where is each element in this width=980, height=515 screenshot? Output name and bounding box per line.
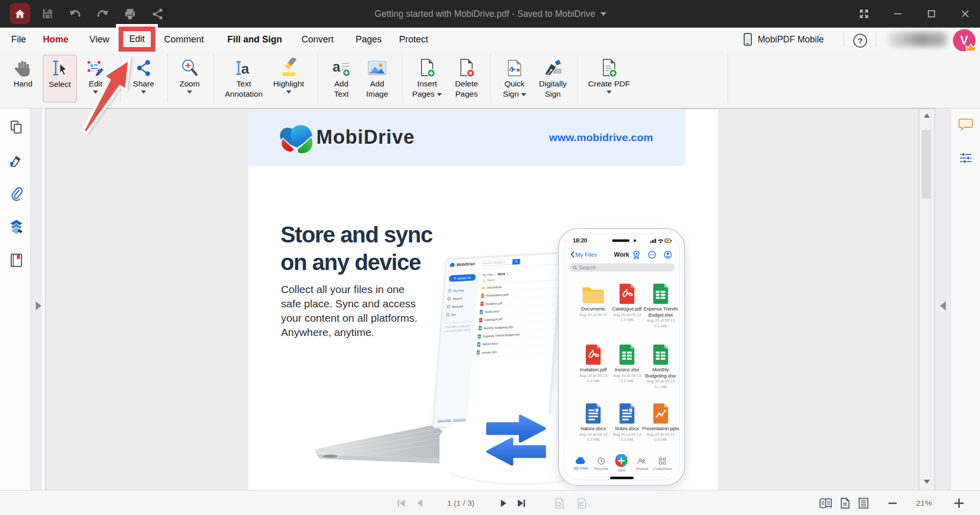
continuous-view-button[interactable] (857, 497, 870, 510)
select-icon (50, 58, 69, 79)
menu-edit[interactable]: Edit (125, 33, 149, 46)
book-view-button[interactable] (819, 497, 832, 510)
scroll-down-arrow[interactable] (924, 480, 930, 484)
share-blue-icon (134, 57, 153, 79)
pdf-viewer[interactable]: MobiDrive www.mobidrive.com Store and sy… (46, 108, 919, 490)
next-page-button[interactable] (497, 497, 510, 510)
annotations-icon[interactable] (9, 153, 24, 169)
page-thumbnails-icon[interactable] (9, 120, 24, 135)
highlight-button[interactable]: Highlight (272, 55, 306, 102)
expand-left-panel-handle[interactable] (36, 301, 41, 310)
ribbon-separator (728, 54, 728, 103)
minimize-icon (893, 9, 903, 19)
insert-pages-button[interactable]: InsertPages (410, 55, 444, 102)
share-icon (151, 8, 164, 20)
mobidrive-url[interactable]: www.mobidrive.com (549, 131, 653, 144)
first-page-button[interactable] (394, 497, 408, 510)
left-panel-gutter (31, 108, 42, 490)
next-view-button[interactable] (575, 497, 589, 510)
zoom-out-button[interactable] (886, 497, 899, 510)
phone-file-item: Invitation.pdf Aug 20 at 09:13 1.0 MB (574, 344, 612, 384)
home-button[interactable] (10, 3, 30, 24)
undo-button[interactable] (68, 7, 82, 20)
attachments-icon[interactable] (9, 186, 24, 201)
ribbon-separator (214, 54, 214, 103)
document-title[interactable]: Getting started with MobiDrive.pdf - Sav… (327, 0, 654, 28)
edit-tool-button[interactable]: Edit (79, 55, 112, 102)
laptop-file-list: Documents Presentation.pptx (476, 280, 558, 357)
maximize-button[interactable] (924, 7, 939, 20)
phone-file-item: Documents Aug 20 at 09:10 (574, 283, 612, 318)
delete-pages-button[interactable]: DeletePages (450, 55, 483, 102)
laptop-upload-button: Upload File (449, 274, 476, 282)
title-dropdown-caret (600, 12, 606, 16)
highlight-icon (278, 57, 299, 79)
add-image-button[interactable]: AddImage (360, 55, 394, 102)
menu-comment[interactable]: Comment (164, 28, 204, 51)
scroll-up-arrow[interactable] (924, 114, 930, 118)
redo-button[interactable] (96, 7, 109, 20)
edit-icon (85, 57, 106, 79)
laptop-nav: My Files Recent Backups (446, 287, 475, 317)
menu-view[interactable]: View (89, 28, 109, 51)
fullscreen-button[interactable] (857, 7, 871, 20)
status-bar: 1 (1 / 3) 21% (0, 490, 980, 515)
menu-convert[interactable]: Convert (301, 28, 334, 51)
home-icon (14, 8, 26, 19)
phone-time: 18:20 (573, 237, 587, 243)
single-page-view-button[interactable] (838, 497, 852, 510)
zoom-dropdown-caret (187, 91, 192, 94)
zoom-button[interactable]: Zoom (173, 55, 206, 102)
menu-file[interactable]: File (11, 28, 26, 51)
vertical-scrollbar[interactable] (919, 108, 935, 490)
phone-tab-shared: Shared (632, 454, 652, 477)
layers-icon[interactable] (9, 219, 24, 234)
svg-text:a: a (333, 59, 341, 75)
mobipdf-mobile-link[interactable]: MobiPDF Mobile (743, 28, 824, 51)
user-avatar[interactable]: V (953, 29, 975, 52)
menubar-separator (876, 32, 876, 47)
insert-pages-icon (416, 57, 438, 79)
help-button[interactable]: ? (853, 34, 867, 48)
delete-pages-icon (456, 57, 477, 79)
comments-panel-icon[interactable] (958, 117, 973, 132)
create-pdf-button[interactable]: Create PDF (587, 55, 632, 102)
zoom-level[interactable]: 21% (916, 490, 932, 515)
share-button[interactable] (151, 7, 164, 20)
laptop-nav-item: My Files (448, 287, 475, 293)
fullscreen-icon (859, 9, 869, 19)
edit-menu-annotation-box[interactable]: Edit (116, 24, 158, 54)
print-icon (124, 8, 136, 20)
menu-protect[interactable]: Protect (399, 28, 428, 51)
phone-more-icon (648, 251, 656, 259)
page-indicator[interactable]: 1 (1 / 3) (447, 490, 474, 515)
hand-tool-button[interactable]: Hand (6, 55, 40, 102)
scrollbar-thumb[interactable] (922, 130, 931, 198)
share-ribbon-button[interactable]: Share (127, 55, 160, 102)
laptop-nav-item: Recent (447, 296, 474, 301)
previous-page-button[interactable] (413, 497, 426, 510)
quick-sign-button[interactable]: QuickSign (498, 55, 531, 102)
add-text-button[interactable]: a AddText (324, 55, 358, 102)
previous-view-button[interactable] (553, 497, 566, 510)
laptop-search-bar: Search in MobiDrive (481, 259, 521, 266)
menu-fill-and-sign[interactable]: Fill and Sign (227, 28, 282, 51)
save-button[interactable] (41, 7, 54, 20)
bookmarks-icon[interactable] (9, 253, 24, 268)
digitally-sign-icon (542, 57, 564, 79)
menu-pages[interactable]: Pages (356, 28, 382, 51)
phone-camera (634, 239, 636, 242)
zoom-in-button[interactable] (952, 497, 966, 510)
quick-sign-caret (521, 93, 526, 96)
digitally-sign-button[interactable]: DigitallySign (536, 55, 570, 102)
view-options-icon[interactable] (958, 150, 973, 166)
close-button[interactable] (958, 7, 972, 20)
text-annotation-button[interactable]: a TextAnnotation (223, 55, 264, 102)
select-tool-button[interactable]: Select (43, 55, 77, 102)
menu-home[interactable]: Home (43, 28, 68, 51)
last-page-button[interactable] (515, 497, 528, 510)
minimize-button[interactable] (891, 7, 905, 20)
expand-right-panel-handle[interactable] (940, 301, 946, 310)
redo-icon (96, 7, 109, 21)
print-button[interactable] (123, 7, 136, 20)
